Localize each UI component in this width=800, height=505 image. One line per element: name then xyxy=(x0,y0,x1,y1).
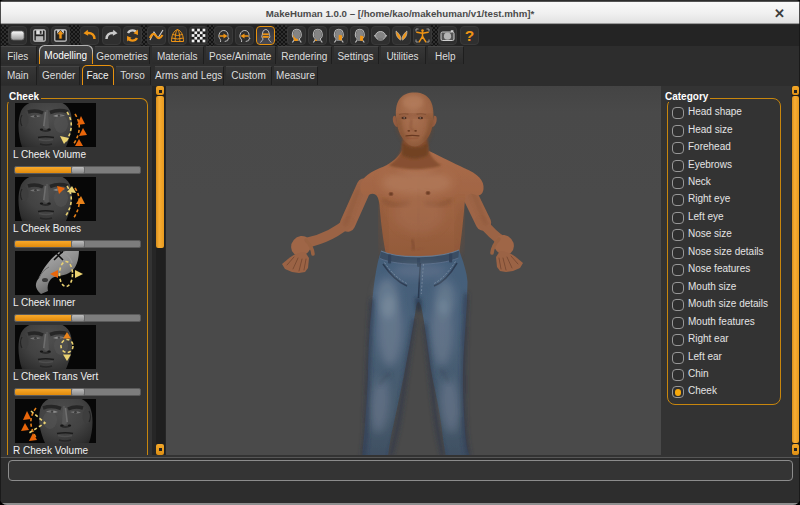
svg-text:?: ? xyxy=(464,27,473,44)
